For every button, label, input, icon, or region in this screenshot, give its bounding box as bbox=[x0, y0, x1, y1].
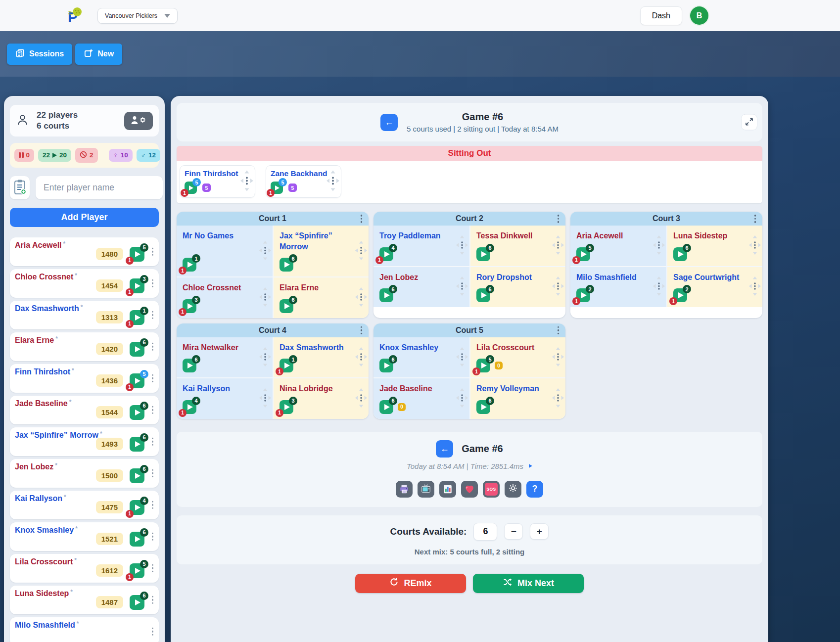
drag-handle[interactable] bbox=[652, 275, 666, 299]
court-player-slot[interactable]: Elara Erne 6 bbox=[273, 276, 369, 318]
settings-button[interactable] bbox=[505, 481, 521, 498]
court-menu-button[interactable] bbox=[753, 213, 758, 225]
player-menu-button[interactable] bbox=[150, 372, 155, 384]
remix-button[interactable]: REmix bbox=[355, 574, 466, 593]
player-menu-button[interactable] bbox=[150, 404, 155, 416]
drag-handle[interactable] bbox=[551, 346, 565, 369]
player-settings-button[interactable] bbox=[124, 112, 153, 130]
player-menu-button[interactable] bbox=[150, 309, 155, 321]
games-count-badge: 6 bbox=[486, 285, 494, 293]
player-list-item[interactable]: Milo Smashfield* bbox=[10, 617, 159, 642]
drag-handle[interactable] bbox=[326, 170, 340, 194]
favorites-button[interactable] bbox=[461, 481, 478, 498]
court-menu-button[interactable] bbox=[556, 324, 561, 337]
court-player-slot[interactable]: Sage Courtwright 2 1 bbox=[666, 266, 762, 308]
player-menu-button[interactable] bbox=[150, 435, 155, 448]
org-selector-dropdown[interactable]: Vancouver Picklers bbox=[97, 8, 178, 24]
mix-next-button[interactable]: Mix Next bbox=[473, 574, 584, 593]
court-player-slot[interactable]: Nina Lobridge 3 1 bbox=[273, 377, 369, 419]
help-button[interactable]: ? bbox=[526, 481, 543, 498]
drag-handle[interactable] bbox=[551, 387, 565, 411]
player-name-input[interactable] bbox=[36, 176, 163, 199]
player-list-item[interactable]: Knox Smashley* 1521 6 bbox=[10, 522, 159, 551]
player-menu-button[interactable] bbox=[150, 499, 155, 511]
drag-handle[interactable] bbox=[748, 275, 762, 299]
sitting-player-card[interactable]: Finn Thirdshot 5 1 5 bbox=[180, 165, 255, 198]
drag-handle[interactable] bbox=[258, 286, 272, 309]
court-player-slot[interactable]: Jen Lobez 6 bbox=[373, 266, 469, 308]
player-list-item[interactable]: Lila Crosscourt* 1612 5 1 bbox=[10, 554, 159, 583]
drag-handle[interactable] bbox=[354, 346, 368, 369]
drag-handle[interactable] bbox=[455, 346, 469, 369]
drag-handle[interactable] bbox=[354, 387, 368, 411]
player-list-item[interactable]: Elara Erne* 1420 6 bbox=[10, 332, 159, 361]
increase-courts-button[interactable]: + bbox=[530, 523, 549, 540]
court-player-slot[interactable]: Lila Crosscourt 5 1 0 bbox=[469, 337, 565, 378]
court-player-slot[interactable]: Remy Volleyman 6 bbox=[469, 377, 565, 419]
player-menu-button[interactable] bbox=[150, 467, 155, 479]
court-player-slot[interactable]: Aria Acewell 5 1 bbox=[570, 226, 666, 266]
court-player-slot[interactable]: Chloe Crossnet 3 1 bbox=[177, 276, 273, 318]
player-menu-button[interactable] bbox=[150, 530, 155, 543]
tv-display-button[interactable] bbox=[418, 481, 434, 498]
sos-button[interactable]: SOS bbox=[483, 481, 500, 498]
court-menu-button[interactable] bbox=[556, 213, 561, 225]
player-list-item[interactable]: Chloe Crossnet* 1454 3 1 bbox=[10, 269, 159, 298]
player-list-item[interactable]: Finn Thirdshot* 1436 5 1 bbox=[10, 364, 159, 393]
print-button[interactable] bbox=[396, 481, 413, 498]
court-player-slot[interactable]: Tessa Dinkwell 6 bbox=[469, 226, 565, 266]
court-player-slot[interactable]: Mr No Games 1 1 bbox=[177, 226, 273, 276]
player-menu-button[interactable] bbox=[150, 340, 155, 353]
drag-handle[interactable] bbox=[354, 239, 368, 263]
court-player-slot[interactable]: Dax Smashworth 1 1 bbox=[273, 337, 369, 378]
roster-paste-button[interactable] bbox=[10, 176, 30, 199]
drag-handle[interactable] bbox=[455, 387, 469, 411]
drag-handle[interactable] bbox=[652, 234, 666, 257]
drag-handle[interactable] bbox=[258, 346, 272, 369]
drag-handle[interactable] bbox=[455, 234, 469, 257]
dash-button[interactable]: Dash bbox=[640, 6, 682, 25]
player-menu-button[interactable] bbox=[150, 562, 155, 574]
user-avatar[interactable]: B bbox=[690, 6, 708, 25]
court-player-slot[interactable]: Jax “Spinfire” Morrow 6 bbox=[273, 226, 369, 276]
back-button[interactable]: ← bbox=[436, 440, 453, 458]
player-menu-button[interactable] bbox=[150, 277, 155, 289]
player-list-item[interactable]: Aria Acewell* 1480 5 1 bbox=[10, 237, 159, 266]
court-menu-button[interactable] bbox=[359, 213, 364, 225]
player-list-item[interactable]: Jax “Spinfire” Morrow* 1493 6 bbox=[10, 427, 159, 456]
new-session-button[interactable]: New bbox=[75, 44, 122, 65]
player-list-item[interactable]: Dax Smashworth* 1313 1 1 bbox=[10, 301, 159, 329]
decrease-courts-button[interactable]: − bbox=[504, 523, 523, 540]
court-player-slot[interactable]: Mira Netwalker 6 bbox=[177, 337, 273, 378]
court-player-slot[interactable]: Kai Rallyson 4 1 bbox=[177, 377, 273, 419]
drag-handle[interactable] bbox=[258, 387, 272, 411]
player-menu-button[interactable] bbox=[150, 625, 155, 638]
drag-handle[interactable] bbox=[551, 275, 565, 299]
drag-handle[interactable] bbox=[551, 234, 565, 257]
court-player-slot[interactable]: Rory Dropshot 6 bbox=[469, 266, 565, 308]
player-list-item[interactable]: Luna Sidestep* 1487 6 bbox=[10, 586, 159, 614]
add-player-button[interactable]: Add Player bbox=[10, 208, 159, 227]
court-player-slot[interactable]: Milo Smashfield 2 1 bbox=[570, 266, 666, 308]
replay-icon[interactable] bbox=[529, 464, 532, 468]
player-menu-button[interactable] bbox=[150, 594, 155, 606]
drag-handle[interactable] bbox=[455, 275, 469, 299]
drag-handle[interactable] bbox=[258, 239, 272, 263]
player-list-item[interactable]: Kai Rallyson* 1475 4 1 bbox=[10, 491, 159, 519]
player-menu-button[interactable] bbox=[150, 245, 155, 258]
drag-handle[interactable] bbox=[748, 234, 762, 257]
back-button[interactable]: ← bbox=[380, 114, 398, 131]
court-player-slot[interactable]: Jade Baseline 6 0 bbox=[373, 377, 469, 419]
sessions-button[interactable]: Sessions bbox=[7, 44, 72, 65]
court-menu-button[interactable] bbox=[359, 324, 364, 337]
expand-button[interactable] bbox=[741, 114, 757, 131]
player-list-item[interactable]: Jen Lobez* 1500 6 bbox=[10, 459, 159, 488]
drag-handle[interactable] bbox=[354, 286, 368, 309]
court-player-slot[interactable]: Troy Paddleman 4 1 bbox=[373, 226, 469, 266]
drag-handle[interactable] bbox=[239, 170, 254, 194]
court-player-slot[interactable]: Luna Sidestep 6 bbox=[666, 226, 762, 266]
court-player-slot[interactable]: Knox Smashley 6 bbox=[373, 337, 469, 378]
player-list-item[interactable]: Jade Baseline* 1544 6 bbox=[10, 396, 159, 424]
stats-chart-button[interactable] bbox=[439, 481, 456, 498]
sitting-player-card[interactable]: Zane Backhand 5 1 5 bbox=[266, 165, 341, 198]
